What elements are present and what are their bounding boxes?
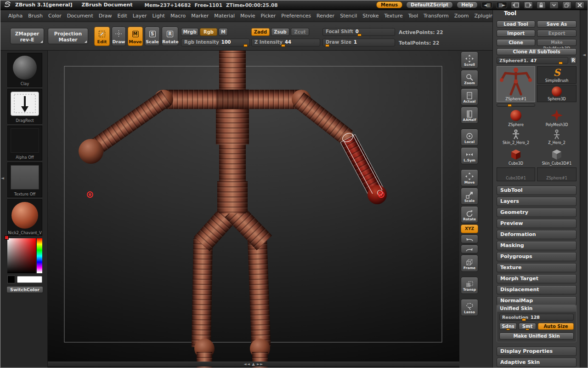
local-button[interactable]: Local	[461, 129, 478, 146]
lock-icon[interactable]	[537, 1, 546, 9]
menu-marker[interactable]: Marker	[188, 12, 211, 20]
menu-transform[interactable]: Transform	[421, 12, 452, 20]
tool-item-polymesh3d[interactable]: PolyMesh3D	[537, 109, 577, 127]
section-normalmap[interactable]: NormalMap	[497, 296, 577, 305]
slider-handle[interactable]	[526, 328, 529, 330]
slider-handle[interactable]	[243, 44, 248, 47]
left-tray-collapse-icon[interactable]: ◄	[1, 176, 4, 180]
zadd-button[interactable]: Zadd	[251, 28, 270, 36]
tool-item-simplebrush[interactable]: S SimpleBrush	[537, 66, 577, 84]
scrub-left-button[interactable]: ◄||||	[481, 2, 492, 8]
section-geometry[interactable]: Geometry	[497, 208, 577, 217]
thumbnail-rotation-slider[interactable]	[497, 104, 535, 107]
tool-item-z-hero-2[interactable]: Z_Hero_2	[537, 129, 577, 145]
menu-zoom[interactable]: Zoom	[452, 12, 472, 20]
section-masking[interactable]: Masking	[497, 241, 577, 250]
section-morph-target[interactable]: Morph Target	[497, 274, 577, 283]
frame-button[interactable]: Frame	[461, 255, 478, 272]
edit-button[interactable]: Edit	[94, 27, 110, 46]
slider-handle[interactable]	[506, 328, 510, 330]
slider-handle[interactable]	[325, 44, 329, 47]
tray-scrollbar[interactable]: ◄	[580, 10, 588, 368]
slider-handle[interactable]	[357, 34, 362, 36]
hue-strip[interactable]	[37, 238, 42, 273]
z-intensity-slider[interactable]: Z Intensity44	[251, 39, 320, 46]
section-preview[interactable]: Preview	[497, 219, 577, 228]
m-button[interactable]: M	[219, 28, 228, 36]
restore-icon[interactable]	[562, 1, 571, 9]
next-document-icon[interactable]	[524, 1, 533, 9]
rotate-button[interactable]: R Rotate	[162, 27, 178, 46]
auto-size-button[interactable]: Auto Size	[538, 323, 574, 330]
draw-size-slider[interactable]: Draw Size1	[322, 39, 395, 46]
saturation-value-square[interactable]	[7, 238, 36, 273]
close-icon[interactable]	[575, 1, 584, 9]
active-tool-slider[interactable]: ZSphere#1.47	[497, 57, 568, 64]
scale-gyro-button[interactable]: Scale	[461, 188, 478, 205]
section-deformation[interactable]: Deformation	[497, 230, 577, 239]
make-unified-skin-button[interactable]: Make Unified Skin	[499, 333, 574, 339]
menu-draw[interactable]: Draw	[96, 12, 115, 20]
menu-stencil[interactable]: Stencil	[337, 12, 360, 20]
tool-item-skin-cube3d[interactable]: Skin_Cube3D#1	[537, 147, 577, 166]
alpha-thumbnail[interactable]: Alpha Off	[7, 126, 42, 161]
export-button[interactable]: Export	[537, 30, 577, 37]
zoom-button[interactable]: Zoom	[461, 70, 478, 87]
tool-item-skin-2-hero-2[interactable]: Skin_2_Hero_2	[497, 129, 535, 145]
menu-render[interactable]: Render	[314, 12, 337, 20]
section-displacement[interactable]: Displacement	[497, 285, 577, 294]
canvas-nav-strip[interactable]: ◄◄ ▲ ►►	[48, 362, 459, 367]
menu-color[interactable]: Color	[45, 12, 64, 20]
slider-handle[interactable]	[281, 44, 285, 47]
menu-document[interactable]: Document	[64, 12, 96, 20]
aahalf-button[interactable]: AAHalf	[461, 107, 478, 124]
menu-material[interactable]: Material	[211, 12, 237, 20]
stroke-thumbnail-dragrect[interactable]: DragRect	[7, 89, 42, 124]
lsym-button[interactable]: L.Sym	[461, 147, 478, 164]
scale-button[interactable]: S Scale	[145, 27, 160, 46]
document-canvas[interactable]: ◄◄ ▲ ►►	[48, 51, 459, 368]
section-layers[interactable]: Layers	[497, 197, 577, 206]
sdns-button[interactable]: Sdns	[499, 323, 517, 330]
secondary-color-swatch[interactable]	[7, 276, 15, 283]
menu-layer[interactable]: Layer	[130, 12, 150, 20]
help-button[interactable]: Help	[457, 1, 478, 8]
zsub-button[interactable]: Zsub	[271, 28, 289, 36]
load-tool-button[interactable]: Load Tool	[497, 21, 535, 28]
resolution-slider[interactable]: Resolution128	[499, 314, 574, 321]
texture-thumbnail[interactable]: Texture Off	[7, 162, 42, 197]
slider-handle[interactable]	[522, 318, 526, 321]
spin-cw-button[interactable]	[461, 245, 478, 253]
save-as-button[interactable]: Save As	[537, 21, 577, 28]
menu-light[interactable]: Light	[149, 12, 167, 20]
import-button[interactable]: Import	[497, 30, 535, 37]
zcut-button[interactable]: Zcut	[291, 28, 309, 36]
material-thumbnail-current[interactable]: Nick2_Chavant_V	[7, 199, 42, 236]
tool-item-zsphere-1[interactable]: ZSphere#1	[537, 167, 577, 181]
menu-stroke[interactable]: Stroke	[360, 12, 381, 20]
switch-color-button[interactable]: SwitchColor	[6, 286, 43, 293]
xyz-button[interactable]: XYZ	[461, 224, 478, 233]
mrgb-button[interactable]: Mrgb	[181, 28, 198, 36]
menu-movie[interactable]: Movie	[237, 12, 258, 20]
material-thumbnail-clay[interactable]: Clay	[7, 53, 42, 87]
slider-handle[interactable]	[508, 104, 512, 107]
minimize-icon[interactable]	[549, 1, 559, 9]
color-picker[interactable]	[7, 238, 42, 273]
move-button[interactable]: M Move	[128, 27, 143, 46]
tool-item-zsphere[interactable]: ZSphere	[497, 109, 535, 127]
rgb-button[interactable]: Rgb	[200, 28, 217, 36]
lasso-button[interactable]: Lasso	[461, 299, 478, 316]
slider-handle[interactable]	[559, 62, 563, 64]
menu-preferences[interactable]: Preferences	[278, 12, 314, 20]
clone-button[interactable]: Clone	[497, 39, 535, 46]
menu-tool[interactable]: Tool	[406, 12, 421, 20]
rgb-intensity-slider[interactable]: Rgb Intensity100	[181, 39, 250, 46]
section-polygroups[interactable]: Polygroups	[497, 252, 577, 261]
active-tool-thumbnail[interactable]: ZSphere#1	[497, 66, 535, 102]
menus-button[interactable]: Menus	[376, 1, 402, 8]
section-texture[interactable]: Texture	[497, 263, 577, 272]
draw-button[interactable]: Draw	[112, 27, 126, 46]
transp-button[interactable]: Transp	[461, 277, 478, 294]
right-tray-collapse-icon[interactable]: ◄	[582, 52, 586, 57]
